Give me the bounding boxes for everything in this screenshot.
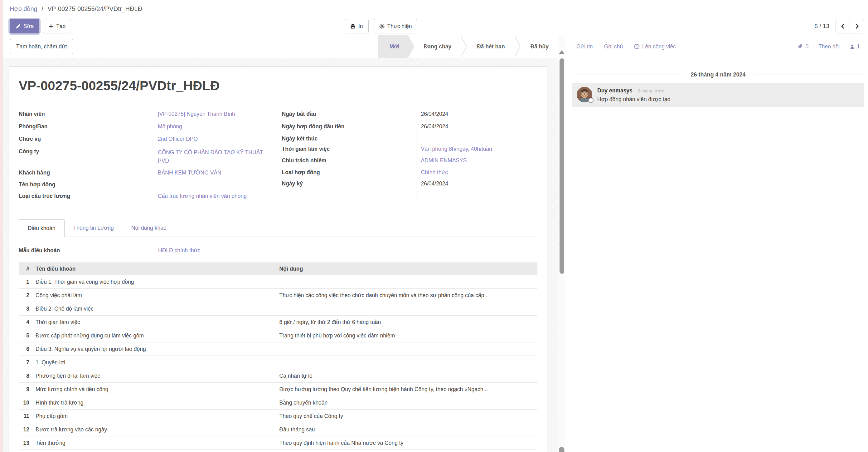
pager-previous-button[interactable] <box>836 19 850 33</box>
control-panel-breadcrumb-bar: Hợp đồng / VP-00275-00255/24/PVDtr_HĐLĐ <box>3 0 868 18</box>
schedule-activity-button[interactable]: Lên công việc <box>634 44 676 50</box>
table-row[interactable]: 6 Điều 3: Nghĩa vụ và quyền lợi người la… <box>19 342 537 356</box>
row-index: 6 <box>19 342 32 356</box>
table-row[interactable]: 8 Phương tiện đi lại làm việc Cá nhân tự… <box>19 369 537 383</box>
message-body: Hợp đồng nhân viên được tạo <box>597 96 670 103</box>
salary-structure-link[interactable]: Cấu trúc lương nhân viên văn phòng <box>153 190 275 199</box>
table-row[interactable]: 1 Điều 1: Thời gian và công việc hợp đồn… <box>19 275 537 289</box>
printer-icon <box>350 24 355 29</box>
row-index: 7 <box>19 356 32 369</box>
follower-count: 1 <box>857 44 860 50</box>
row-index: 10 <box>19 396 32 409</box>
pager-next-button[interactable] <box>850 19 864 33</box>
clause-name: Tiền thưởng <box>32 436 276 450</box>
employee-link[interactable]: [VP-00275] Nguyễn Thanh Bình <box>153 108 275 117</box>
table-row[interactable]: 10 Hình thức trả lương Bằng chuyển khoản <box>19 396 537 409</box>
clause-content <box>276 342 537 356</box>
clauses-table-header: # Tên điều khoản Nội dung <box>19 263 537 275</box>
company-link[interactable]: CÔNG TY CỔ PHẦN ĐÀO TẠO KỸ THUẬT PVD <box>153 145 275 165</box>
chevron-right-icon <box>855 23 860 29</box>
contract-type-link[interactable]: Chính thức <box>416 166 538 176</box>
row-index: 13 <box>19 436 32 450</box>
field-label: Loại cấu trúc lương <box>19 190 153 199</box>
table-row[interactable]: 3 Điều 2: Chế độ làm việc <box>19 302 537 316</box>
suspend-terminate-button[interactable]: Tạm hoãn, chấm dứt <box>10 39 73 54</box>
followers-button[interactable]: 1 <box>849 44 860 50</box>
field-first-contract-date: Ngày hợp đồng đầu tiên 26/04/2024 <box>282 120 538 133</box>
clause-content: Bằng chuyển khoản <box>276 396 537 409</box>
date-separator: 26 tháng 4 năm 2024 <box>568 72 868 78</box>
tab-noi-dung-khac[interactable]: Nội dung khác <box>123 220 175 236</box>
table-row[interactable]: 12 Được trả lương vào các ngày Đầu tháng… <box>19 423 537 436</box>
table-row[interactable]: 7 1. Quyền lợi <box>19 356 537 369</box>
table-row[interactable]: 5 Được cấp phát những dụng cụ làm việc g… <box>19 329 537 342</box>
scroll-up-arrow-icon[interactable] <box>559 50 564 54</box>
action-button[interactable]: Thực hiện <box>374 19 417 33</box>
log-note-label: Ghi chú <box>604 44 623 50</box>
status-step-da-huy[interactable]: Đã hủy <box>521 35 558 58</box>
status-step-dang-chay[interactable]: Đang chạy <box>414 35 461 58</box>
status-step-da-het-han[interactable]: Đã hết hạn <box>468 35 514 58</box>
send-message-label: Gửi tin <box>577 44 593 50</box>
row-index: 1 <box>19 275 32 289</box>
print-button-label: In <box>359 23 363 30</box>
contract-name-value <box>153 178 275 181</box>
department-link[interactable]: Mô phỏng <box>153 120 275 130</box>
table-row[interactable]: 11 Phụ cấp gồm Theo quy chế của Công ty <box>19 409 537 423</box>
breadcrumb-current: VP-00275-00255/24/PVDtr_HĐLĐ <box>48 5 142 12</box>
user-icon <box>849 44 855 49</box>
clause-name: Điều 3: Nghĩa vụ và quyền lợi người lao … <box>32 342 276 356</box>
attachments-button[interactable]: 0 <box>798 44 808 50</box>
tab-thong-tin-luong[interactable]: Thông tin Lương <box>65 220 123 236</box>
follow-label: Theo dõi <box>818 44 840 50</box>
field-group-right: Ngày bắt đầu 26/04/2024 Ngày hợp đồng đầ… <box>282 108 538 202</box>
chatter-message: Duy enmasys - 2 tháng trước Hợp đồng nhâ… <box>572 83 864 107</box>
log-note-button[interactable]: Ghi chú <box>604 44 623 50</box>
field-label: Ngày hợp đồng đầu tiên <box>282 120 416 130</box>
field-company: Công ty CÔNG TY CỔ PHẦN ĐÀO TẠO KỸ THUẬT… <box>19 145 275 167</box>
job-position-link[interactable]: 2nd Officer DPO <box>153 133 275 142</box>
edit-button-label: Sửa <box>23 23 34 30</box>
edit-button[interactable]: Sửa <box>10 19 39 33</box>
responsible-link[interactable]: ADMIN ENMASYS <box>416 154 538 164</box>
chatter-divider <box>567 35 567 452</box>
field-label: Nhân viên <box>19 108 153 117</box>
scroll-down-handle[interactable] <box>559 447 564 452</box>
message-author: Duy enmasys <box>597 87 632 94</box>
status-step-moi[interactable]: Mới <box>378 35 414 58</box>
clause-content: Trang thiết bị phù hợp với công việc đảm… <box>276 329 537 342</box>
scrollbar-thumb[interactable] <box>560 58 564 274</box>
clause-content: Đầu tháng sau <box>276 423 537 436</box>
tab-dieu-khoan[interactable]: Điều khoản <box>19 220 65 237</box>
step-chevron-icon <box>461 35 468 58</box>
row-index: 5 <box>19 329 32 342</box>
follow-button[interactable]: Theo dõi <box>818 44 840 50</box>
table-row[interactable]: 2 Công việc phải làm Thực hiện các công … <box>19 289 537 302</box>
field-label: Ngày ký <box>282 178 416 187</box>
table-row[interactable]: 13 Tiền thưởng Theo quy định hiện hành c… <box>19 436 537 450</box>
separator-line <box>753 75 864 75</box>
form-scrollbar[interactable] <box>558 35 565 452</box>
status-steps: Mới Đang chạy Đã hết hạn Đã hủy <box>378 35 558 58</box>
field-label: Tên hợp đồng <box>19 178 153 188</box>
end-date-value <box>416 133 538 136</box>
message-timestamp: - 2 tháng trước <box>635 88 664 93</box>
print-button[interactable]: In <box>345 19 369 33</box>
breadcrumb: Hợp đồng / VP-00275-00255/24/PVDtr_HĐLĐ <box>10 5 142 12</box>
row-index: 2 <box>19 289 32 302</box>
create-button[interactable]: Tạo <box>43 19 71 33</box>
clause-name: Thời gian làm việc <box>32 316 276 329</box>
field-label: Ngày bắt đầu <box>282 108 416 117</box>
send-message-button[interactable]: Gửi tin <box>577 44 593 50</box>
breadcrumb-parent-link[interactable]: Hợp đồng <box>10 5 37 12</box>
table-row[interactable]: 9 Mức lương chính và tiền công Được hưởn… <box>19 383 537 396</box>
table-row[interactable]: 4 Thời gian làm việc 8 giờ / ngày, từ th… <box>19 316 537 329</box>
clause-content: 8 giờ / ngày, từ thứ 2 đến thứ 6 hàng tu… <box>276 316 537 329</box>
terms-template-link[interactable]: HĐLĐ chính thức <box>153 245 200 257</box>
row-index: 8 <box>19 369 32 383</box>
clause-name: Công việc phải làm <box>32 289 276 302</box>
clause-name: Phụ cấp gồm <box>32 409 276 423</box>
customer-link[interactable]: BÁNH KEM TƯỜNG VÂN <box>153 167 275 176</box>
separator-line <box>572 75 684 75</box>
working-schedule-link[interactable]: Văn phòng 8h/ngày, 40h/tuần <box>416 143 538 152</box>
